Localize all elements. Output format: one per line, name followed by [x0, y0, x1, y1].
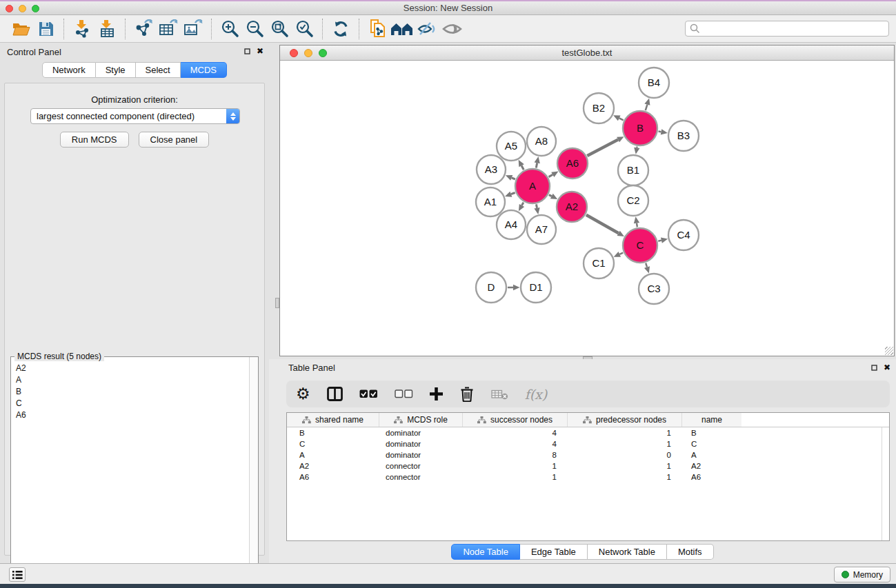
result-item[interactable]: C — [12, 398, 246, 409]
graph-edge-B-B3[interactable] — [659, 132, 661, 132]
network-window-titlebar[interactable]: testGlobe.txt — [280, 45, 894, 61]
graph-node-B1[interactable]: B1 — [618, 155, 648, 185]
export-table-icon[interactable] — [156, 17, 181, 41]
run-mcds-button[interactable]: Run MCDS — [60, 132, 129, 148]
network-close-button[interactable] — [290, 49, 298, 57]
float-table-panel-icon[interactable] — [871, 365, 877, 371]
delete-column-trash-icon[interactable] — [459, 386, 475, 402]
graph-edge-B-B2[interactable] — [619, 118, 624, 120]
graph-node-D1[interactable]: D1 — [521, 272, 551, 303]
import-table-icon[interactable] — [94, 17, 119, 41]
graph-node-A8[interactable]: A8 — [527, 127, 556, 156]
column-header-name[interactable]: name — [682, 413, 741, 427]
graph-edge-A6-B[interactable] — [587, 140, 618, 156]
network-vertical-scrollbar[interactable] — [275, 298, 279, 308]
tab-edge-table[interactable]: Edge Table — [520, 544, 588, 560]
graph-node-C[interactable]: C — [623, 228, 657, 263]
graph-node-C3[interactable]: C3 — [639, 274, 669, 304]
table-scrollbar[interactable] — [882, 427, 888, 540]
zoom-selected-icon[interactable] — [292, 17, 317, 41]
graph-node-C2[interactable]: C2 — [618, 185, 648, 216]
graph-edge-A-A2[interactable] — [549, 195, 552, 196]
import-network-icon[interactable] — [70, 17, 94, 41]
graph-edge-A-A4[interactable] — [522, 203, 524, 205]
result-item[interactable]: A2 — [12, 363, 246, 374]
result-scrollbar[interactable] — [249, 357, 258, 588]
graph-node-A1[interactable]: A1 — [476, 187, 505, 216]
close-window-button[interactable] — [6, 5, 13, 12]
result-item[interactable]: A6 — [12, 409, 246, 421]
graph-edge-A-A3[interactable] — [512, 178, 515, 179]
graph-node-A4[interactable]: A4 — [497, 210, 526, 239]
graph-edge-A2-C[interactable] — [586, 215, 619, 234]
window-resize-grip[interactable] — [885, 347, 893, 355]
zoom-out-icon[interactable] — [242, 17, 267, 41]
table-settings-gear-icon[interactable]: ⚙ — [296, 386, 310, 402]
table-row[interactable]: Adominator80A — [287, 449, 889, 460]
graph-edge-C-C2[interactable] — [637, 223, 637, 227]
tab-network[interactable]: Network — [42, 62, 96, 78]
graph-edge-C-C4[interactable] — [658, 241, 661, 241]
close-panel-button[interactable]: Close panel — [139, 132, 210, 148]
save-session-icon[interactable] — [33, 17, 58, 41]
maximize-window-button[interactable] — [32, 5, 39, 12]
result-item[interactable]: B — [12, 386, 246, 398]
hide-unselected-eye-icon[interactable] — [415, 17, 439, 41]
tab-network-table[interactable]: Network Table — [588, 544, 667, 560]
deselect-all-rows-icon[interactable] — [395, 389, 413, 398]
column-header-successor-nodes[interactable]: successor nodes — [463, 413, 568, 427]
tab-motifs[interactable]: Motifs — [667, 544, 714, 560]
graph-edge-A-A8[interactable] — [536, 163, 537, 168]
task-history-button[interactable] — [9, 567, 26, 582]
graph-node-A5[interactable]: A5 — [497, 132, 526, 161]
graph-node-B2[interactable]: B2 — [584, 93, 614, 123]
table-row[interactable]: Bdominator41B — [287, 427, 889, 438]
function-builder-icon[interactable]: f(x) — [525, 387, 548, 402]
graph-node-A7[interactable]: A7 — [527, 215, 556, 244]
table-row[interactable]: Cdominator41C — [287, 438, 889, 449]
zoom-in-icon[interactable] — [217, 17, 242, 41]
network-canvas[interactable]: B4B2BB3A8A5A6A3B1AC2A1A2A4A7C4CC1DD1C3 — [280, 61, 894, 356]
minimize-window-button[interactable] — [19, 5, 26, 12]
graph-node-A3[interactable]: A3 — [477, 155, 506, 184]
column-header-shared-name[interactable]: shared name — [287, 413, 379, 427]
graph-node-A[interactable]: A — [515, 169, 550, 203]
tab-node-table[interactable]: Node Table — [451, 544, 520, 560]
network-minimize-button[interactable] — [304, 49, 312, 57]
graph-edge-C-C3[interactable] — [646, 263, 647, 267]
show-columns-icon[interactable] — [327, 387, 343, 401]
graph-node-C1[interactable]: C1 — [584, 248, 614, 278]
graph-node-C4[interactable]: C4 — [668, 220, 699, 250]
criterion-dropdown[interactable]: largest connected component (directed) — [30, 108, 240, 124]
refresh-icon[interactable] — [328, 17, 353, 41]
graph-edge-B-B4[interactable] — [646, 105, 648, 111]
graph-node-B[interactable]: B — [623, 111, 657, 145]
eye-icon[interactable] — [439, 17, 464, 41]
export-image-icon[interactable] — [181, 17, 206, 41]
float-panel-icon[interactable] — [244, 48, 250, 54]
result-item[interactable]: A — [12, 374, 246, 386]
graph-edge-A-A7[interactable] — [537, 204, 537, 207]
delete-table-icon[interactable] — [491, 389, 508, 400]
window-titlebar[interactable]: Session: New Session — [0, 1, 896, 15]
export-network-icon[interactable] — [131, 17, 156, 41]
graph-edge-C-C1[interactable] — [619, 253, 623, 254]
graph-node-A6[interactable]: A6 — [557, 148, 588, 179]
duplicate-network-icon[interactable] — [365, 17, 390, 41]
graph-edge-A-A1[interactable] — [511, 193, 515, 194]
column-header-mcds-role[interactable]: MCDS role — [379, 413, 463, 427]
home-networks-icon[interactable] — [390, 17, 415, 41]
create-column-plus-icon[interactable] — [430, 387, 443, 401]
graph-node-B3[interactable]: B3 — [668, 121, 699, 151]
search-input[interactable] — [703, 22, 888, 35]
graph-edge-A-A5[interactable] — [521, 165, 524, 170]
table-row[interactable]: A6connector11A6 — [287, 472, 889, 483]
graph-node-A2[interactable]: A2 — [557, 192, 587, 222]
tab-mcds[interactable]: MCDS — [181, 62, 227, 78]
graph-node-D[interactable]: D — [476, 272, 506, 303]
select-all-rows-icon[interactable] — [359, 389, 378, 398]
open-folder-icon[interactable] — [8, 17, 33, 41]
table-row[interactable]: A2connector11A2 — [287, 460, 889, 472]
close-table-panel-icon[interactable]: ✖ — [884, 363, 890, 372]
column-header-predecessor-nodes[interactable]: predecessor nodes — [568, 413, 682, 427]
